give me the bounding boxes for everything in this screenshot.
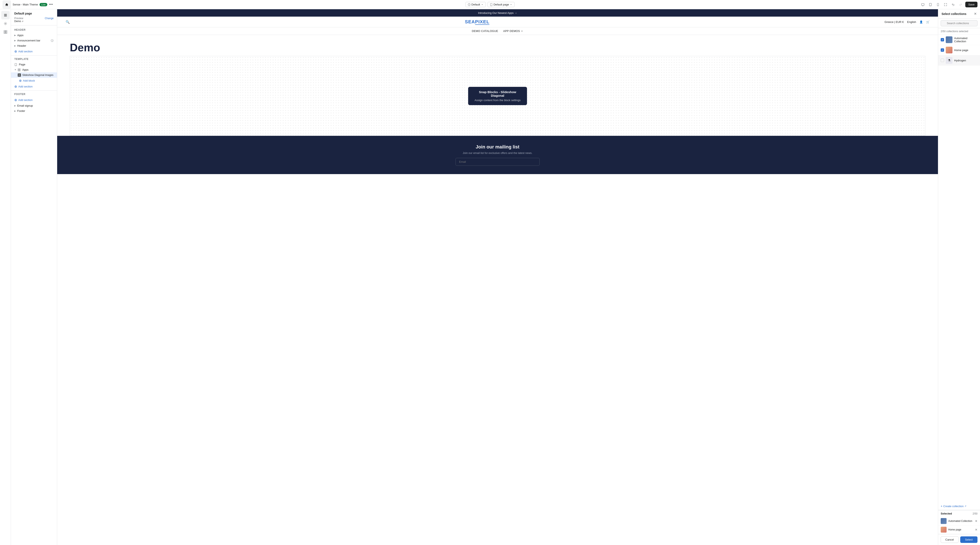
sidebar-item-email-signup[interactable]: ▶ Email signup bbox=[11, 103, 57, 108]
sidebar-item-apps[interactable]: ▶ Apps bbox=[11, 33, 57, 38]
topbar-dots-menu[interactable]: ••• bbox=[49, 2, 53, 7]
default-page-select[interactable]: Default page bbox=[487, 2, 515, 7]
responsive-tablet-icon[interactable] bbox=[928, 2, 933, 8]
theme-name: Sense - Main Theme bbox=[13, 3, 38, 6]
default-select[interactable]: Default bbox=[465, 2, 486, 7]
remove-automated-btn[interactable]: ✕ bbox=[975, 520, 977, 523]
nav-demo-catalogue[interactable]: DEMO CATALOGUE bbox=[472, 29, 498, 33]
collection-item[interactable]: Automated Collection bbox=[938, 35, 980, 45]
sidebar-item-slideshow[interactable]: A Slideshow Diagonal Images bbox=[11, 72, 57, 78]
footer-area: Join our mailing list Join our email lis… bbox=[57, 136, 938, 174]
selected-item-2: Home page ✕ bbox=[938, 526, 980, 534]
collections-count: 2/50 collections selected bbox=[938, 28, 980, 35]
apps-rail-icon[interactable] bbox=[1, 28, 10, 36]
sidebar-item-header[interactable]: ▶ Header bbox=[11, 43, 57, 48]
selected-thumb-2 bbox=[941, 527, 947, 532]
collection-item[interactable]: ⚗ Hydrogen bbox=[938, 55, 980, 65]
svg-rect-11 bbox=[5, 32, 7, 33]
settings-icon[interactable] bbox=[1, 19, 10, 28]
svg-rect-15 bbox=[19, 69, 21, 70]
add-section-template-btn[interactable]: ⊕ Add section bbox=[11, 83, 57, 89]
responsive-desktop-icon[interactable] bbox=[920, 2, 926, 8]
cart-icon[interactable]: 🛒 bbox=[926, 21, 929, 24]
svg-rect-2 bbox=[921, 3, 924, 5]
search-wrapper bbox=[941, 20, 977, 26]
page-title: Default page bbox=[14, 12, 54, 15]
create-collection-link[interactable]: + Create collection ↗ bbox=[938, 502, 980, 510]
header-label: Header bbox=[17, 44, 26, 47]
region-label: Greece | EUR € bbox=[885, 21, 904, 24]
expand-icon[interactable] bbox=[943, 2, 948, 8]
responsive-mobile-icon[interactable] bbox=[935, 2, 941, 8]
remove-homepage-btn[interactable]: ✕ bbox=[975, 528, 977, 531]
snap-tooltip-title: Snap Blocks - Slideshow Diagonal bbox=[473, 90, 522, 97]
header-section-label: Header bbox=[11, 27, 57, 33]
topbar-left: Sense - Main Theme Live ••• bbox=[3, 0, 464, 9]
chevron-icon: ▶ bbox=[14, 110, 16, 112]
sidebar-item-page[interactable]: Page bbox=[11, 62, 57, 67]
demo-link[interactable]: Demo ↗ bbox=[14, 20, 54, 23]
external-link-icon: ↗ bbox=[22, 20, 23, 22]
apps-label: Apps bbox=[17, 33, 24, 37]
slideshow-label: Slideshow Diagonal Images bbox=[22, 73, 53, 76]
nav-bar: DEMO CATALOGUE APP DEMOS bbox=[57, 27, 938, 35]
close-button[interactable]: ✕ bbox=[974, 12, 977, 16]
preview-change-btn[interactable]: Change bbox=[45, 17, 54, 20]
selected-item-1: Automated Collection ✕ bbox=[938, 517, 980, 526]
collection-checkbox-2[interactable] bbox=[941, 48, 944, 52]
external-link-icon: ↗ bbox=[964, 505, 966, 508]
snap-tooltip-sub: Assign content from the block settings bbox=[473, 99, 522, 102]
nav-app-demos[interactable]: APP DEMOS bbox=[503, 29, 523, 33]
redo-icon[interactable] bbox=[958, 2, 964, 8]
chevron-icon: ▶ bbox=[14, 39, 16, 41]
collection-checkbox-3[interactable] bbox=[941, 59, 944, 62]
add-section-footer-btn[interactable]: ⊕ Add section bbox=[11, 97, 57, 103]
svg-rect-1 bbox=[490, 3, 492, 6]
search-input[interactable] bbox=[941, 20, 977, 26]
home-icon[interactable] bbox=[3, 0, 11, 9]
create-icon: + bbox=[941, 504, 942, 508]
collection-item[interactable]: Home page bbox=[938, 45, 980, 55]
preview-row: Preview Change bbox=[14, 17, 54, 20]
left-area: Default page Preview Change Demo ↗ Heade… bbox=[0, 9, 57, 545]
select-button[interactable]: Select bbox=[960, 536, 978, 543]
svg-rect-8 bbox=[4, 30, 5, 32]
right-panel-header: Select collections ✕ bbox=[938, 9, 980, 19]
sidebar-item-announcement-bar[interactable]: ▶ Announcement bar bbox=[11, 38, 57, 43]
undo-icon[interactable] bbox=[950, 2, 956, 8]
divider bbox=[11, 55, 57, 56]
add-section-icon: ⊕ bbox=[14, 84, 17, 89]
add-block-btn[interactable]: ⊕ Add block bbox=[11, 78, 57, 83]
footer-section-label: Footer bbox=[11, 91, 57, 97]
store-logo: SEAPIXEL bbox=[465, 19, 490, 25]
svg-rect-14 bbox=[18, 69, 19, 70]
sidebar-nav: Header ▶ Apps ▶ Announcement bar ▶ Heade… bbox=[11, 25, 57, 115]
right-panel: Select collections ✕ 2/50 collections se… bbox=[938, 9, 980, 545]
collection-thumb-2 bbox=[946, 47, 953, 53]
cancel-button[interactable]: Cancel bbox=[941, 536, 959, 543]
sidebar-item-apps-template[interactable]: ▼ Apps bbox=[11, 67, 57, 72]
collection-checkbox-1[interactable] bbox=[941, 38, 944, 41]
account-icon[interactable]: 👤 bbox=[920, 21, 923, 24]
canvas-inner: Introducing Our Newest Apps → 🔍 SEAPIXEL… bbox=[57, 9, 938, 545]
topbar: Sense - Main Theme Live ••• Default Defa… bbox=[0, 0, 980, 9]
selected-section: Selected 2/50 Automated Collection ✕ Hom… bbox=[938, 510, 980, 534]
preview-label: Preview bbox=[14, 17, 23, 20]
add-section-header-btn[interactable]: ⊕ Add section bbox=[11, 48, 57, 54]
demo-heading: Demo bbox=[57, 35, 938, 56]
svg-point-4 bbox=[931, 5, 931, 6]
selected-header: Selected 2/50 bbox=[938, 510, 980, 517]
template-section-label: Template bbox=[11, 56, 57, 62]
save-button[interactable]: Save bbox=[965, 2, 977, 7]
language-label: English bbox=[907, 21, 916, 24]
search-icon[interactable]: 🔍 bbox=[65, 20, 70, 24]
topbar-center: Default Default page bbox=[465, 2, 515, 7]
sidebar-item-footer[interactable]: ▶ Footer bbox=[11, 108, 57, 113]
selected-count: 2/50 bbox=[973, 512, 977, 515]
chevron-icon: ▶ bbox=[14, 105, 16, 107]
sections-icon[interactable] bbox=[1, 11, 10, 19]
email-input[interactable] bbox=[455, 158, 539, 166]
collection-name-2: Home page bbox=[954, 49, 968, 52]
collection-thumb-1 bbox=[946, 37, 953, 43]
announcement-bar-label: Announcement bar bbox=[17, 39, 40, 42]
